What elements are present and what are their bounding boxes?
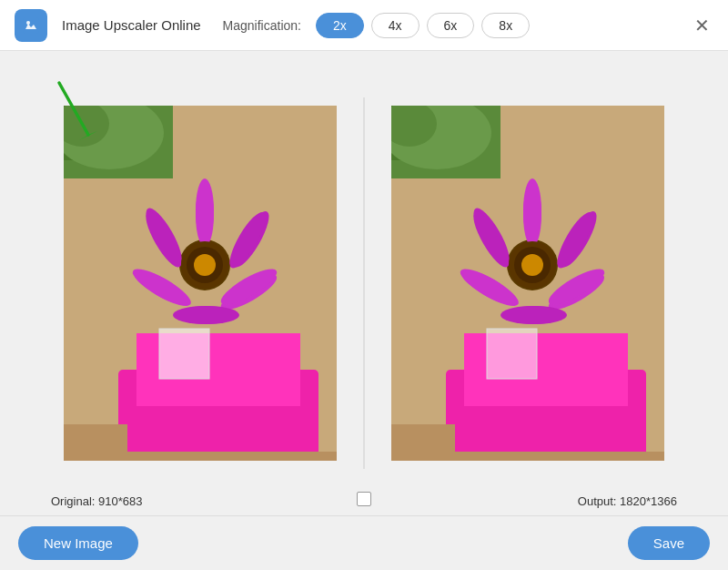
- mag-button-8x[interactable]: 8x: [481, 13, 530, 38]
- save-button[interactable]: Save: [628, 526, 710, 560]
- magnification-label: Magnification:: [223, 18, 301, 33]
- svg-point-52: [521, 254, 543, 276]
- main-content: Original: 910*683: [0, 51, 728, 515]
- svg-rect-55: [487, 329, 537, 379]
- svg-point-25: [194, 254, 216, 276]
- svg-point-44: [523, 183, 541, 247]
- magnification-buttons: 2x 4x 6x 8x: [316, 13, 530, 38]
- svg-rect-57: [391, 424, 455, 461]
- svg-rect-0: [23, 17, 39, 34]
- original-label: Original: 910*683: [51, 494, 142, 508]
- output-image: [391, 106, 664, 461]
- sync-scroll-checkbox[interactable]: [357, 492, 371, 506]
- center-sync-area: [357, 492, 371, 506]
- svg-point-17: [196, 183, 214, 247]
- close-button[interactable]: ✕: [691, 13, 713, 38]
- svg-point-1: [26, 21, 30, 25]
- mag-button-2x[interactable]: 2x: [316, 13, 364, 38]
- app-title: Image Upscaler Online: [62, 17, 201, 33]
- app-logo: [15, 9, 47, 42]
- original-image: [64, 106, 337, 461]
- footer-bar: New Image Save: [0, 515, 728, 570]
- new-image-button[interactable]: New Image: [18, 526, 138, 560]
- svg-rect-30: [64, 424, 127, 461]
- svg-rect-28: [159, 329, 209, 379]
- svg-line-2: [59, 83, 88, 135]
- output-panel: Output: 1820*1366: [364, 51, 692, 515]
- mag-button-6x[interactable]: 6x: [427, 13, 475, 38]
- output-label: Output: 1820*1366: [578, 494, 677, 508]
- comparison-panels: Original: 910*683: [0, 51, 728, 515]
- mag-button-4x[interactable]: 4x: [371, 13, 420, 38]
- svg-point-47: [503, 306, 567, 324]
- svg-point-20: [176, 306, 239, 324]
- header-bar: Image Upscaler Online Magnification: 2x …: [0, 0, 728, 51]
- selection-arrow: [50, 78, 105, 151]
